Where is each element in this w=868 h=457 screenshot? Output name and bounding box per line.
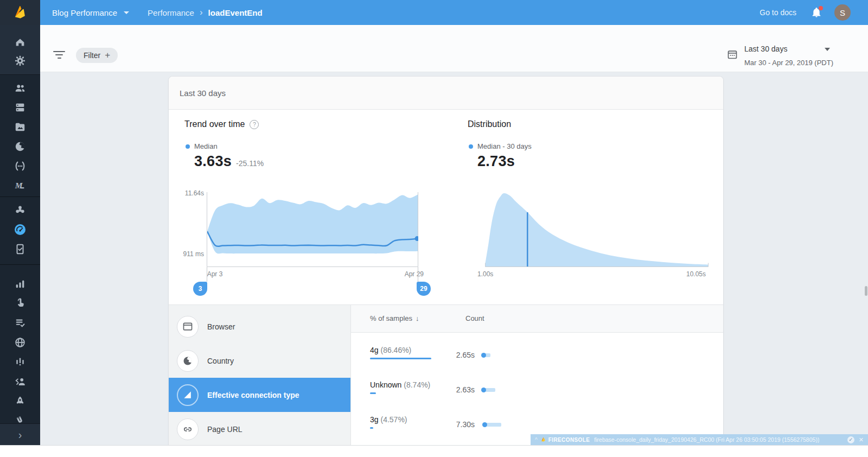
- avatar[interactable]: S: [834, 4, 851, 21]
- globe-wire-icon: [14, 337, 26, 348]
- sidebar-collapse-toggle[interactable]: ›: [0, 423, 40, 446]
- notification-badge: [819, 6, 823, 10]
- sidebar-item-hosting[interactable]: [14, 140, 27, 153]
- go-to-docs-link[interactable]: Go to docs: [760, 8, 796, 17]
- sidebar-item-home[interactable]: [14, 36, 27, 49]
- count-dot-icon: [481, 353, 486, 358]
- calendar-icon: [727, 49, 738, 60]
- trend-y-min-label: 911 ms: [171, 250, 204, 258]
- count-dot-icon: [481, 388, 486, 392]
- project-switcher[interactable]: Blog Performance: [52, 8, 129, 17]
- firebase-logo[interactable]: [0, 0, 40, 25]
- sidebar-item-dynamic-links[interactable]: [14, 375, 27, 388]
- column-header-samples[interactable]: % of samples↓: [370, 314, 419, 322]
- sidebar-item-storage[interactable]: [14, 120, 27, 134]
- status-bar-actions: ✓ ✕: [847, 436, 864, 443]
- distribution-value-row: 2.73s: [477, 153, 515, 170]
- sidebar-item-performance[interactable]: [14, 223, 27, 236]
- sidebar-item-cloud-messaging[interactable]: [14, 336, 27, 349]
- caret-up-icon[interactable]: ^: [535, 437, 538, 443]
- tab-icon-circle: [177, 316, 199, 338]
- tab-icon-circle: [177, 350, 199, 372]
- filter-label: Filter: [84, 51, 100, 60]
- table-header: % of samples↓ Count: [351, 305, 723, 333]
- sidebar-item-database[interactable]: [14, 101, 27, 114]
- check-circle-icon[interactable]: ✓: [847, 436, 854, 443]
- tab-country[interactable]: Country: [169, 344, 350, 378]
- caret-down-icon[interactable]: [825, 48, 830, 51]
- breadcrumb: Performance › loadEventEnd: [148, 7, 263, 18]
- segment-percent: (86.46%): [380, 346, 411, 354]
- table-row[interactable]: Unknown (8.74%) 2.63s: [351, 367, 723, 402]
- column-header-count[interactable]: Count: [465, 314, 484, 322]
- topbar-actions: Go to docs S: [760, 4, 868, 21]
- link-icon: [182, 424, 193, 435]
- segment-label: 4g (86.46%): [370, 346, 411, 354]
- range-slider-end-handle[interactable]: 29: [417, 282, 431, 296]
- sidebar: M: [0, 25, 40, 445]
- count-distribution-viz: [481, 352, 492, 358]
- breakdown-tabs: Browser Country: [169, 305, 350, 445]
- tab-icon-circle: [177, 384, 199, 406]
- project-name: Blog Performance: [52, 8, 117, 17]
- filter-strip: Filter + Last 30 days Mar 30 - Apr 29, 2…: [40, 25, 868, 72]
- segment-name: 4g: [370, 346, 379, 354]
- trend-median-value: 3.63s: [194, 153, 232, 170]
- trend-legend-label: Median: [194, 142, 218, 150]
- breakdown-table: % of samples↓ Count 4g (86.46%) 2.65s Un…: [350, 305, 723, 445]
- tab-label: Country: [207, 357, 234, 365]
- range-slider-start-handle[interactable]: 3: [193, 282, 207, 296]
- firebase-performance-console: Blog Performance Performance › loadEvent…: [0, 0, 868, 457]
- table-row[interactable]: 3g (4.57%) 7.30s: [351, 402, 723, 437]
- sidebar-item-authentication[interactable]: [14, 81, 27, 94]
- tab-label: Page URL: [207, 425, 242, 434]
- chevron-right-icon: ›: [200, 7, 203, 18]
- sidebar-item-functions[interactable]: [14, 160, 27, 173]
- trend-legend: Median: [186, 142, 218, 150]
- bottom-scroll-strip[interactable]: [0, 445, 868, 457]
- segment-name: 3g: [370, 415, 379, 424]
- sidebar-item-admob[interactable]: [14, 395, 27, 408]
- tab-page-url[interactable]: Page URL: [169, 412, 350, 445]
- segment-label: 3g (4.57%): [370, 415, 407, 424]
- distribution-median-value: 2.73s: [477, 153, 515, 169]
- crashlytics-icon: [14, 204, 26, 216]
- sidebar-item-crashlytics[interactable]: [14, 204, 27, 217]
- sidebar-item-predictions[interactable]: [14, 297, 27, 310]
- sidebar-item-test-lab[interactable]: [14, 243, 27, 256]
- distribution-legend-label: Median - 30 days: [477, 142, 532, 150]
- sort-desc-icon: ↓: [416, 314, 419, 322]
- sidebar-project-section: [0, 25, 40, 75]
- sidebar-item-remote-config[interactable]: [14, 356, 27, 369]
- task-list-check-icon: [14, 317, 26, 329]
- filter-list-icon[interactable]: [53, 51, 65, 60]
- plus-icon: +: [105, 50, 110, 61]
- segment-median-time: 2.63s: [432, 385, 475, 394]
- sidebar-item-settings[interactable]: [14, 54, 27, 67]
- sidebar-item-ab-testing[interactable]: [14, 316, 27, 329]
- trend-chart[interactable]: [207, 189, 418, 269]
- sidebar-item-ml-kit[interactable]: M: [14, 179, 27, 192]
- table-row[interactable]: 4g (86.46%) 2.65s: [351, 333, 723, 367]
- trend-delta: -25.11%: [236, 159, 264, 168]
- sidebar-divider: [0, 264, 40, 265]
- card-header: Last 30 days: [169, 77, 723, 110]
- date-range-select[interactable]: Last 30 days: [744, 45, 787, 53]
- distribution-title-row: Distribution: [468, 119, 511, 129]
- firebase-flame-icon: [13, 4, 27, 21]
- help-icon[interactable]: ?: [250, 120, 259, 129]
- tab-effective-connection-type[interactable]: Effective connection type: [169, 378, 350, 412]
- close-icon[interactable]: ✕: [859, 436, 864, 443]
- segment-percent: (8.74%): [404, 380, 430, 389]
- sidebar-item-analytics[interactable]: [14, 277, 27, 290]
- notifications-button[interactable]: [810, 7, 822, 18]
- distribution-x-end-label: 10.05s: [657, 270, 706, 278]
- card-header-label: Last 30 days: [180, 88, 226, 98]
- breadcrumb-performance[interactable]: Performance: [148, 8, 194, 17]
- distribution-chart[interactable]: [485, 189, 709, 269]
- vertical-scrollbar[interactable]: [865, 286, 867, 296]
- add-filter-button[interactable]: Filter +: [76, 48, 118, 63]
- tab-browser[interactable]: Browser: [169, 309, 350, 344]
- samples-header-label: % of samples: [370, 314, 412, 322]
- browser-window-icon: [182, 321, 193, 332]
